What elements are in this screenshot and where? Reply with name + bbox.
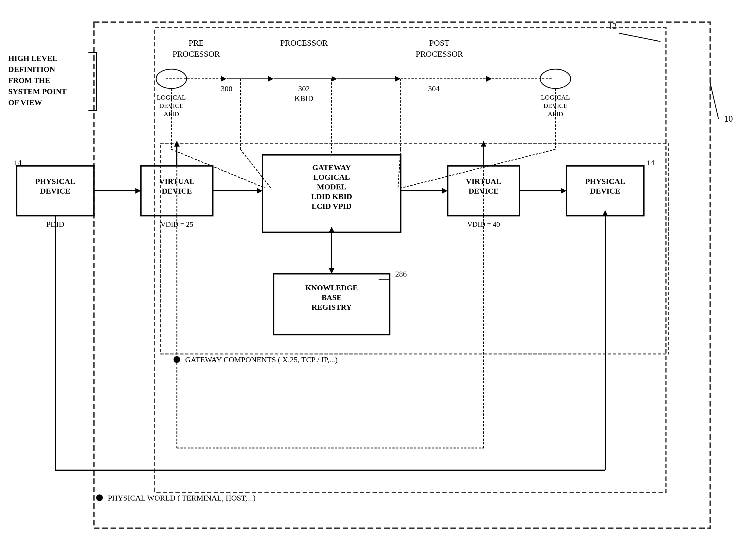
svg-text:DEVICE: DEVICE	[590, 187, 620, 195]
logical-device-apid-right-ellipse	[540, 69, 571, 88]
svg-rect-1	[155, 28, 666, 492]
post-processor-label: POST	[429, 38, 449, 47]
physical-device-left-label: PHYSICAL	[35, 177, 75, 186]
gateway-components-label: GATEWAY COMPONENTS ( X.25, TCP / IP,...)	[185, 355, 338, 364]
svg-text:DEFINITION: DEFINITION	[8, 65, 55, 74]
ref-286: 286	[395, 270, 407, 278]
ref-10-label: 10	[724, 114, 733, 124]
gateway-components-bullet	[174, 356, 180, 363]
num-302: 302	[298, 84, 310, 93]
kbid-top-label: KBID	[295, 94, 314, 103]
diagram-svg: 10 12 HIGH LEVEL DEFINITION FROM THE SYS…	[0, 0, 737, 560]
svg-marker-19	[486, 76, 492, 82]
ref-12-label: 12	[608, 21, 617, 31]
svg-marker-54	[329, 268, 335, 274]
svg-marker-69	[602, 210, 608, 216]
svg-rect-73	[160, 144, 669, 354]
physical-world-label: PHYSICAL WORLD ( TERMINAL, HOST,...)	[108, 494, 256, 502]
svg-marker-17	[395, 76, 401, 82]
svg-marker-15	[332, 76, 337, 82]
svg-text:LCID VPID: LCID VPID	[312, 202, 352, 210]
svg-marker-13	[268, 76, 274, 82]
physical-world-bullet	[96, 494, 103, 501]
svg-marker-46	[442, 188, 448, 194]
svg-marker-49	[561, 188, 566, 194]
svg-text:FROM THE: FROM THE	[8, 76, 50, 85]
high-level-label: HIGH LEVEL	[8, 54, 58, 62]
svg-marker-40	[257, 188, 263, 194]
svg-marker-56	[329, 227, 335, 232]
processor-label: PROCESSOR	[280, 38, 328, 47]
svg-marker-11	[221, 76, 227, 82]
svg-text:PROCESSOR: PROCESSOR	[415, 49, 463, 58]
physical-device-right-label: PHYSICAL	[585, 177, 625, 186]
svg-text:BASE: BASE	[322, 293, 342, 302]
svg-line-2	[710, 83, 718, 119]
diagram-container: 10 12 HIGH LEVEL DEFINITION FROM THE SYS…	[0, 0, 737, 560]
svg-text:OF VIEW: OF VIEW	[8, 98, 42, 107]
gateway-label-1: GATEWAY	[312, 163, 351, 172]
knowledge-base-label-1: KNOWLEDGE	[305, 283, 358, 292]
svg-line-3	[619, 33, 660, 41]
svg-marker-37	[135, 188, 141, 194]
num-304: 304	[428, 84, 440, 93]
svg-text:REGISTRY: REGISTRY	[312, 303, 352, 311]
svg-text:DEVICE: DEVICE	[40, 187, 70, 195]
svg-text:PROCESSOR: PROCESSOR	[173, 49, 220, 58]
num-300: 300	[221, 84, 233, 93]
svg-text:SYSTEM POINT: SYSTEM POINT	[8, 87, 67, 96]
svg-text:MODEL: MODEL	[317, 183, 346, 191]
svg-text:LDID KBID: LDID KBID	[311, 192, 352, 201]
svg-text:LOGICAL: LOGICAL	[314, 173, 350, 181]
pre-processor-label: PRE	[189, 38, 204, 47]
